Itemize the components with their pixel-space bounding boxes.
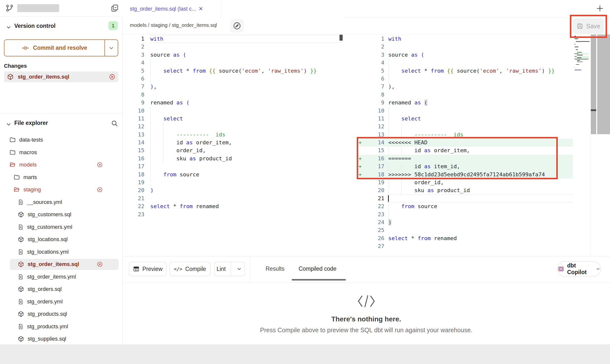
file-tree-item-stg_order_items.sql[interactable]: stg_order_items.sql: [0, 258, 122, 271]
code-line-7[interactable]: 7),: [122, 83, 344, 91]
file-tree-item-stg_locations.sql[interactable]: stg_locations.sql: [0, 233, 122, 246]
code-line-5[interactable]: 5 select * from {{ source('ecom', 'raw_i…: [122, 67, 344, 75]
file-tree-item-data-tests[interactable]: data-tests: [0, 134, 122, 146]
code-line-25[interactable]: 25: [356, 226, 610, 234]
code-line-17[interactable]: +17 id as item_id,: [356, 163, 610, 170]
code-line-4[interactable]: 4: [356, 59, 610, 67]
file-tree-item-models[interactable]: models: [0, 159, 122, 171]
code-line-4[interactable]: 4: [122, 59, 344, 67]
lineage-compass-button[interactable]: [230, 19, 244, 33]
code-line-8[interactable]: 8: [122, 91, 344, 99]
code-line-17[interactable]: 17: [122, 163, 344, 170]
code-line-24[interactable]: 24): [356, 218, 610, 226]
preview-button[interactable]: Preview: [129, 262, 167, 276]
code-line-10[interactable]: 10: [356, 107, 610, 115]
code-line-6[interactable]: 6: [356, 75, 610, 83]
file-tree-item-stg_products.sql[interactable]: stg_products.sql: [0, 308, 122, 320]
compile-button[interactable]: </> Compile: [169, 262, 210, 276]
code-line-20[interactable]: 20): [122, 186, 344, 194]
code-line-8[interactable]: 8: [356, 91, 610, 99]
commit-dropdown-button[interactable]: [105, 40, 118, 56]
code-line-15[interactable]: 15 order_id,: [122, 147, 344, 154]
commit-and-resolve-button[interactable]: Commit and resolve: [4, 39, 118, 56]
code-line-23[interactable]: 23: [122, 211, 344, 218]
file-tree-item-stg_supplies.sql[interactable]: stg_supplies.sql: [0, 333, 122, 345]
file-tree-item-stg_products.yml[interactable]: stg_products.yml: [0, 320, 122, 333]
changed-file-row[interactable]: stg_order_items.sql: [4, 71, 118, 82]
copy-files-icon[interactable]: [110, 4, 119, 13]
code-line-2[interactable]: 2: [122, 43, 344, 51]
file-tree-item-marts[interactable]: marts: [0, 171, 122, 184]
code-line-21[interactable]: 21: [356, 195, 610, 202]
save-button[interactable]: Save: [573, 19, 604, 33]
code-line-27[interactable]: 27: [356, 242, 610, 250]
deleted-status-icon[interactable]: [97, 261, 103, 267]
chevron-down-icon[interactable]: [5, 121, 12, 128]
code-line-1[interactable]: 1with: [122, 35, 344, 43]
diff-overview-ruler[interactable]: [591, 34, 596, 134]
code-line-18[interactable]: +18>>>>>>> 58c1dd23d5eebd9cd2495fa7124ab…: [356, 171, 610, 179]
tab-results[interactable]: Results: [266, 265, 285, 272]
code-line-11[interactable]: 11 select: [122, 115, 344, 123]
code-line-20[interactable]: 20 sku as product_id: [356, 186, 610, 194]
lint-button[interactable]: Lint: [214, 262, 245, 276]
search-icon[interactable]: [111, 120, 118, 127]
file-tree-item-stg_order_items.yml[interactable]: stg_order_items.yml: [0, 271, 122, 283]
close-tab-icon[interactable]: ✕: [199, 6, 203, 12]
code-pane-current[interactable]: 1with23source as (45 select * from {{ so…: [356, 35, 610, 250]
code-line-14[interactable]: 14 id as order_item,: [122, 139, 344, 147]
code-line-22[interactable]: 22select * from renamed: [122, 202, 344, 210]
code-line-2[interactable]: 2: [356, 43, 610, 51]
code-line-26[interactable]: 26select * from renamed: [356, 234, 610, 242]
code-line-3[interactable]: 3source as (: [356, 51, 610, 59]
code-line-1[interactable]: 1with: [356, 35, 610, 43]
code-line-23[interactable]: 23: [356, 211, 610, 218]
new-tab-icon[interactable]: [595, 4, 604, 13]
code-line-19[interactable]: 19 order_id,: [356, 179, 610, 186]
code-line-3[interactable]: 3source as (: [122, 51, 344, 59]
file-tree-item-__sources.yml[interactable]: __sources.yml: [0, 196, 122, 209]
code-line-16[interactable]: 16 sku as product_id: [122, 155, 344, 163]
deleted-status-icon[interactable]: [97, 187, 103, 193]
lint-button-main[interactable]: Lint: [215, 262, 228, 276]
file-tree-item-stg_orders.yml[interactable]: stg_orders.yml: [0, 296, 122, 308]
code-line-9[interactable]: 9renamed as (: [356, 99, 610, 107]
code-line-15[interactable]: 15 id as order_item,: [356, 147, 610, 154]
file-tree-item-stg_customers.yml[interactable]: stg_customers.yml: [0, 221, 122, 233]
code-line-19[interactable]: 19: [122, 179, 344, 186]
chevron-down-icon[interactable]: [5, 24, 12, 31]
code-line-5[interactable]: 5 select * from {{ source('ecom', 'raw_i…: [356, 67, 610, 75]
branch-selector[interactable]: [5, 4, 59, 12]
file-tree-item-stg_locations.yml[interactable]: stg_locations.yml: [0, 246, 122, 258]
minimap[interactable]: [575, 35, 589, 109]
lint-dropdown-button[interactable]: [234, 262, 245, 276]
file-tree-item-stg_orders.sql[interactable]: stg_orders.sql: [0, 283, 122, 296]
code-line-10[interactable]: 10: [122, 107, 344, 115]
code-line-12[interactable]: 12: [356, 123, 610, 131]
code-line-13[interactable]: 13 ---------- ids: [122, 131, 344, 139]
left-pane-scrollbar-thumb[interactable]: [339, 35, 343, 41]
code-line-22[interactable]: 22 from source: [356, 202, 610, 210]
tab-compiled-code[interactable]: Compiled code: [299, 265, 336, 272]
file-explorer-header[interactable]: File explorer: [14, 120, 48, 126]
code-line-12[interactable]: 12: [122, 123, 344, 131]
deleted-status-icon[interactable]: [97, 162, 103, 168]
editor-scrollbar[interactable]: [597, 34, 610, 134]
code-line-13[interactable]: 13 ---------- ids: [356, 131, 610, 139]
code-line-6[interactable]: 6: [122, 75, 344, 83]
file-tree-item-staging[interactable]: staging: [0, 183, 122, 196]
overview-ruler-thumb[interactable]: [591, 109, 596, 111]
code-line-9[interactable]: 9renamed as (: [122, 99, 344, 107]
code-line-7[interactable]: 7),: [356, 83, 610, 91]
code-line-14[interactable]: +14<<<<<<< HEAD: [356, 139, 610, 147]
code-line-18[interactable]: 18 from source: [122, 171, 344, 179]
file-tree-item-macros[interactable]: macros: [0, 146, 122, 159]
code-pane-original[interactable]: 1with23source as (45 select * from {{ so…: [122, 35, 344, 218]
code-line-11[interactable]: 11 select: [356, 115, 610, 123]
discard-change-icon[interactable]: [109, 74, 115, 80]
file-tree-item-stg_customers.sql[interactable]: stg_customers.sql: [0, 208, 122, 221]
dbt-copilot-button[interactable]: dbt Copilot: [557, 261, 601, 277]
tab-stg-order-items[interactable]: stg_order_items.sql (last c... ✕: [122, 0, 221, 18]
code-line-21[interactable]: 21: [122, 195, 344, 202]
commit-button-main[interactable]: Commit and resolve: [4, 40, 104, 56]
